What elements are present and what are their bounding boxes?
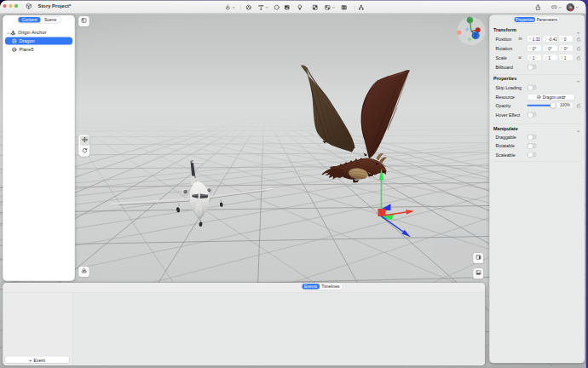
scale-y-field[interactable]: y1	[543, 55, 557, 60]
reset-opacity-button[interactable]	[576, 103, 581, 108]
axis-negz-ball[interactable]	[465, 27, 469, 31]
reset-rotation-button[interactable]	[576, 46, 581, 51]
share-icon	[535, 4, 542, 11]
ar-preview-button[interactable]	[551, 1, 562, 14]
tree-item-plane5[interactable]: Plane5	[5, 45, 72, 53]
orientation-gizmo[interactable]	[454, 14, 490, 50]
app-root: Story Project*	[0, 0, 588, 368]
tab-events[interactable]: Events	[303, 284, 320, 290]
tab-timelines[interactable]: Timelines	[320, 284, 342, 290]
property-label-scaleable: Scaleable	[496, 152, 516, 157]
add-image-button[interactable]	[284, 1, 291, 14]
axis-negy-ball[interactable]	[468, 37, 472, 42]
field-value: 0°	[533, 46, 537, 51]
rotation-z-field[interactable]: z0°	[559, 45, 574, 51]
toggle-sidebar-button[interactable]	[78, 16, 89, 27]
scaleable-toggle[interactable]	[527, 152, 537, 157]
scene-add-icon	[325, 4, 331, 11]
import-button[interactable]	[225, 1, 236, 14]
opacity-value-field[interactable]: 100%	[557, 102, 574, 108]
scale-x-field[interactable]: x1	[527, 55, 542, 60]
tree-item-label: Plane5	[20, 47, 34, 52]
tab-scene[interactable]: Scene	[41, 17, 61, 23]
tab-content[interactable]: Content	[19, 17, 41, 23]
panel-bottom-icon	[476, 270, 481, 278]
rotate-tool-button[interactable]	[80, 147, 89, 157]
property-label-billboard: Billboard	[496, 65, 513, 70]
gizmo-x-axis[interactable]	[385, 212, 406, 216]
scale-z-field[interactable]: z1	[559, 55, 574, 60]
position-x-field[interactable]: x1.32	[527, 36, 542, 42]
gizmo-z-arrowhead[interactable]	[401, 230, 411, 238]
gizmo-plane-handle-red[interactable]	[378, 209, 386, 216]
toggle-inspector-button[interactable]	[473, 253, 484, 264]
section-separator	[493, 75, 582, 76]
position-y-field[interactable]: y-0.42	[543, 36, 557, 42]
section-collapse-chevron[interactable]	[577, 77, 580, 84]
resource-name: Dragon.usdz	[543, 95, 566, 100]
add-light-button[interactable]	[297, 1, 303, 14]
share-button[interactable]	[535, 1, 542, 14]
text-icon	[258, 4, 265, 11]
axis-x-ball[interactable]	[476, 28, 480, 32]
minimize-window-button[interactable]	[9, 4, 13, 8]
behaviors-button[interactable]	[312, 1, 319, 14]
tab-properties[interactable]: Properties	[515, 17, 536, 22]
toggle-knob	[527, 144, 533, 149]
add-scene-button[interactable]	[325, 1, 336, 14]
import-icon	[225, 4, 232, 11]
scene-list-button[interactable]	[341, 1, 348, 14]
position-z-field[interactable]: z0	[559, 36, 574, 42]
toolbar-divider	[355, 4, 355, 10]
add-object-button[interactable]	[245, 1, 252, 14]
account-button[interactable]	[566, 1, 579, 14]
resource-button[interactable]: Dragon.usdz	[527, 94, 575, 101]
tab-parameters[interactable]: Parameters	[535, 17, 559, 22]
toggle-knob	[527, 135, 533, 140]
tree-item-label: Origin Anchor	[18, 30, 46, 35]
sidebar-right-icon	[476, 255, 481, 262]
close-window-button[interactable]	[3, 4, 7, 8]
section-header-properties: Properties	[493, 76, 516, 81]
rotation-y-field[interactable]: y0°	[543, 45, 557, 51]
add-shape-button[interactable]	[274, 1, 280, 14]
zoom-window-button[interactable]	[14, 4, 18, 8]
opacity-slider[interactable]	[527, 105, 554, 106]
add-event-button[interactable]: + Event	[5, 356, 70, 364]
skip-loading-toggle[interactable]	[527, 85, 537, 90]
section-collapse-chevron[interactable]	[577, 126, 580, 134]
hover-effect-toggle[interactable]	[527, 112, 537, 118]
toggle-knob	[527, 152, 533, 158]
content-scene-tabs: ContentScene	[18, 16, 61, 24]
property-label-scale: Scale	[496, 55, 507, 60]
toggle-bottom-panel-button[interactable]	[473, 268, 484, 279]
tree-item-origin-anchor[interactable]: Origin Anchor	[5, 29, 72, 37]
axis-letter: x	[529, 55, 531, 60]
axis-negx-ball[interactable]	[457, 31, 461, 35]
slider-knob[interactable]	[551, 102, 556, 108]
axis-letter: z	[561, 46, 562, 50]
section-collapse-chevron[interactable]	[577, 28, 580, 36]
property-label-skip-loading: Skip Loading	[496, 85, 522, 90]
move-tool-button[interactable]	[80, 135, 89, 146]
add-text-button[interactable]	[258, 1, 269, 14]
chevron-down-icon	[575, 6, 579, 9]
content-sidebar: ContentScene Origin AnchorDragonPlane5	[3, 15, 75, 282]
events-timelines-tabs: EventsTimelines	[302, 283, 343, 290]
reset-position-button[interactable]	[576, 37, 581, 42]
billboard-toggle[interactable]	[527, 65, 537, 70]
window-title: Story Project*	[38, 1, 72, 13]
rotation-x-field[interactable]: x0°	[527, 45, 542, 51]
reset-scale-button[interactable]	[576, 55, 581, 60]
draggable-toggle[interactable]	[527, 135, 537, 140]
toggle-knob	[527, 85, 533, 90]
scene-anchor-button[interactable]	[78, 267, 89, 278]
unit-symbol-position: m	[519, 37, 522, 42]
tree-item-dragon[interactable]: Dragon	[5, 37, 72, 44]
hierarchy-button[interactable]	[358, 1, 365, 14]
event-timeline-area[interactable]	[73, 294, 485, 366]
document-proxy-icon[interactable]	[26, 3, 33, 11]
gizmo-x-arrowhead[interactable]	[406, 210, 414, 214]
rotatable-toggle[interactable]	[527, 143, 537, 148]
property-label-position: Position	[496, 37, 512, 42]
